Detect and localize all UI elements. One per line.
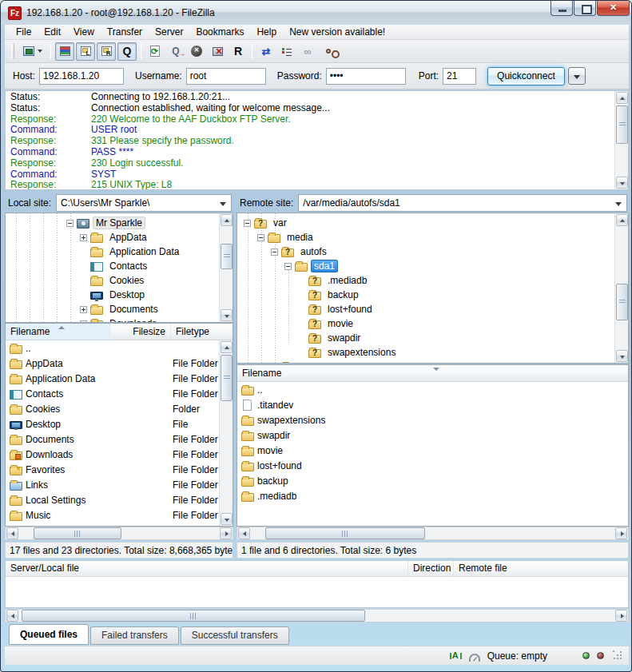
menu-item[interactable]: View xyxy=(67,25,101,39)
maximize-button[interactable] xyxy=(574,1,596,16)
remote-tree-item[interactable]: lost+found xyxy=(237,302,614,316)
remote-site-combobox[interactable]: /var/media/autofs/sda1 xyxy=(298,194,627,212)
scroll-thumb[interactable] xyxy=(616,105,628,144)
local-tree-item[interactable]: AppData xyxy=(6,230,219,245)
cancel-button[interactable] xyxy=(187,42,206,61)
queue-hscrollbar[interactable] xyxy=(5,609,629,622)
password-input[interactable] xyxy=(326,68,406,85)
remote-file-row[interactable]: .. xyxy=(237,382,628,397)
scroll-up-button[interactable] xyxy=(221,341,233,353)
remote-tree-item[interactable]: swapextensions xyxy=(237,345,614,360)
column-header-filetype[interactable]: Filetype xyxy=(171,324,233,340)
quickconnect-button[interactable]: Quickconnect xyxy=(487,67,565,85)
scroll-right-button[interactable] xyxy=(615,610,627,622)
remote-file-row[interactable]: swapextensions xyxy=(237,412,628,427)
synchronized-browsing-button[interactable]: ∞ xyxy=(298,42,317,61)
scroll-thumb[interactable] xyxy=(265,527,425,539)
minimize-button[interactable] xyxy=(551,1,573,16)
remote-tree-vscrollbar[interactable] xyxy=(614,213,628,363)
directory-listing-filters-button[interactable] xyxy=(277,42,296,61)
local-file-row[interactable]: Contacts File Folder xyxy=(6,386,219,401)
expander-icon[interactable] xyxy=(271,249,278,256)
remote-tree-item[interactable]: autofs xyxy=(237,245,614,259)
column-header-filesize[interactable]: Filesize xyxy=(110,324,171,340)
toggle-queue-button[interactable]: Q xyxy=(117,42,137,61)
remote-file-row[interactable]: lost+found xyxy=(237,458,628,473)
scroll-down-button[interactable] xyxy=(221,513,233,525)
menu-item[interactable]: Help xyxy=(250,25,283,39)
local-file-row[interactable]: Favorites File Folder xyxy=(6,462,219,477)
refresh-button[interactable] xyxy=(145,42,165,61)
local-file-row[interactable]: Music File Folder xyxy=(6,507,219,523)
scroll-right-button[interactable] xyxy=(615,527,627,539)
remote-list-hscrollbar[interactable] xyxy=(237,527,629,540)
remote-tree-item[interactable]: .mediadb xyxy=(237,273,614,288)
site-manager-button[interactable] xyxy=(19,42,46,61)
local-file-row[interactable]: Documents File Folder xyxy=(6,431,219,447)
title-bar[interactable]: Fz 192.168.1.20 - root@192.168.1.20 - Fi… xyxy=(1,1,631,25)
scroll-left-button[interactable] xyxy=(6,610,18,622)
scroll-thumb[interactable] xyxy=(22,610,365,622)
tab-queued-files[interactable]: Queued files xyxy=(9,624,89,645)
menu-item[interactable]: Bookmarks xyxy=(189,25,250,39)
local-file-row[interactable]: Application Data File Folder xyxy=(6,371,219,386)
expander-icon[interactable] xyxy=(80,234,87,241)
expander-icon[interactable] xyxy=(284,263,292,270)
close-button[interactable] xyxy=(597,1,630,16)
remote-file-row[interactable]: .titandev xyxy=(237,397,628,412)
local-tree-item[interactable]: Documents xyxy=(6,302,219,316)
quickconnect-dropdown-button[interactable] xyxy=(568,67,586,85)
remote-tree-item[interactable]: media xyxy=(237,230,614,245)
menu-item[interactable]: Transfer xyxy=(101,25,149,39)
search-files-button[interactable] xyxy=(319,42,338,61)
remote-tree-item[interactable]: swapdir xyxy=(237,331,614,345)
remote-tree-item[interactable]: backup xyxy=(237,288,614,302)
scroll-down-button[interactable] xyxy=(616,177,628,189)
scroll-thumb[interactable] xyxy=(221,244,233,269)
toggle-message-log-button[interactable] xyxy=(55,42,74,61)
scroll-thumb[interactable] xyxy=(34,527,121,539)
scroll-thumb[interactable] xyxy=(616,284,628,320)
remote-file-row[interactable]: .mediadb xyxy=(237,488,628,503)
local-list-hscrollbar[interactable] xyxy=(5,527,233,540)
remote-tree-item[interactable]: movie xyxy=(237,316,614,331)
disconnect-button[interactable] xyxy=(208,42,227,61)
column-header-direction[interactable]: Direction xyxy=(408,561,454,576)
local-file-row[interactable]: .. xyxy=(6,340,219,356)
scroll-up-button[interactable] xyxy=(221,214,233,226)
expander-icon[interactable] xyxy=(80,306,87,313)
scroll-right-button[interactable] xyxy=(220,527,232,539)
username-input[interactable] xyxy=(186,68,266,85)
local-tree-item[interactable]: Application Data xyxy=(6,245,219,259)
host-input[interactable] xyxy=(39,68,124,85)
scroll-left-button[interactable] xyxy=(238,527,250,539)
column-header-filename[interactable]: Filename xyxy=(237,365,628,381)
scroll-left-button[interactable] xyxy=(6,527,18,539)
local-file-row[interactable]: Downloads File Folder xyxy=(6,447,219,462)
column-header-remote-file[interactable]: Remote file xyxy=(454,561,628,576)
tab-failed-transfers[interactable]: Failed transfers xyxy=(90,626,179,645)
menu-item[interactable]: New version available! xyxy=(283,25,392,39)
local-tree-vscrollbar[interactable] xyxy=(219,213,233,322)
local-file-row[interactable]: Desktop File xyxy=(6,416,219,431)
local-file-row[interactable]: Links File Folder xyxy=(6,477,219,492)
local-list-vscrollbar[interactable] xyxy=(219,340,233,526)
local-file-row[interactable]: Cookies Folder xyxy=(6,401,219,416)
column-header-filename[interactable]: Filename xyxy=(6,324,110,340)
reconnect-button[interactable]: R xyxy=(229,42,248,61)
local-file-row[interactable]: AppData File Folder xyxy=(6,356,219,371)
remote-tree-item[interactable]: sda1 xyxy=(237,259,614,273)
compare-directories-button[interactable]: ⇄ xyxy=(256,42,276,61)
process-queue-button[interactable]: Q xyxy=(166,42,185,61)
scroll-up-button[interactable] xyxy=(616,92,628,104)
column-header-server-local-file[interactable]: Server/Local file xyxy=(6,561,408,576)
menu-item[interactable]: File xyxy=(10,25,38,39)
scroll-thumb[interactable] xyxy=(221,355,233,401)
expander-icon[interactable] xyxy=(66,220,74,227)
local-file-row[interactable]: Local Settings File Folder xyxy=(6,492,219,507)
menu-item[interactable]: Server xyxy=(149,25,189,39)
local-tree-item[interactable]: Cookies xyxy=(6,273,219,288)
tab-successful-transfers[interactable]: Successful transfers xyxy=(181,626,289,645)
port-input[interactable] xyxy=(443,68,476,85)
scroll-up-button[interactable] xyxy=(616,214,628,226)
